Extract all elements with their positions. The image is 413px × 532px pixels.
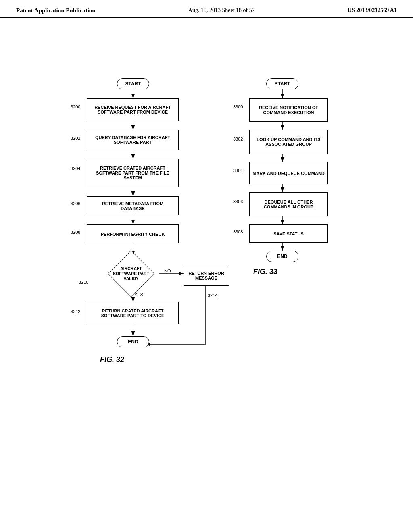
sheet-info: Aug. 15, 2013 Sheet 18 of 57 [188,7,255,14]
fig33-label-3304: 3304 [233,168,243,173]
fig32-label-3204: 3204 [71,166,80,171]
fig33-label-3302: 3302 [233,137,243,141]
fig32-yes-label: YES [134,292,143,297]
fig32-label-3202: 3202 [71,136,80,141]
fig32-label-3208: 3208 [71,230,80,235]
fig33-step-3304: MARK AND DEQUEUE COMMAND [249,162,328,184]
fig33-step-3300: RECEIVE NOTIFICATION OF COMMAND EXECUTIO… [249,98,328,122]
fig33-step-3308: SAVE STATUS [249,224,328,243]
fig33-start: START [266,78,298,89]
fig32-label-3212: 3212 [71,309,80,314]
fig33-step-3306: DEQUEUE ALL OTHER COMMANDS IN GROUP [249,192,328,216]
fig32-step-3206: RETRIEVE METADATA FROM DATABASE [87,196,179,215]
fig32-label-3200: 3200 [71,104,80,109]
patent-number: US 2013/0212569 A1 [348,7,397,14]
fig33-label-3300: 3300 [233,104,243,109]
fig32-title: FIG. 32 [100,355,124,364]
fig32-label-3214: 3214 [208,293,217,298]
fig33-label-3308: 3308 [233,229,243,234]
fig32-step-3212: RETURN CRATED AIRCRAFT SOFTWARE PART TO … [87,302,179,324]
diagram-content: START 3200 RECEIVE REQUEST FOR AIRCRAFT … [0,18,413,526]
fig32-step-3200: RECEIVE REQUEST FOR AIRCRAFT SOFTWARE PA… [87,98,179,121]
fig33-title: FIG. 33 [253,268,277,276]
fig32-label-3210: 3210 [79,280,88,285]
fig32-start: START [117,78,149,89]
fig33-step-3302: LOOK UP COMMAND AND ITS ASSOCIATED GROUP [249,130,328,154]
fig33-end: END [266,251,298,262]
fig32-no-label: NO [164,268,171,273]
fig33-label-3306: 3306 [233,199,243,204]
fig32-step-3202: QUERY DATABASE FOR AIRCRAFT SOFTWARE PAR… [87,130,179,150]
fig32-step-3214: RETURN ERROR MESSAGE [184,266,229,286]
page-header: Patent Application Publication Aug. 15, … [0,0,413,18]
fig32-diamond-3210: AIRCRAFT SOFTWARE PART VALID? [109,256,153,292]
publication-label: Patent Application Publication [16,7,96,14]
fig32-step-3204: RETRIEVE CRATED AIRCRAFT SOFTWARE PART F… [87,159,179,187]
fig32-label-3206: 3206 [71,201,80,206]
fig32-step-3208: PERFORM INTEGRITY CHECK [87,224,179,243]
fig32-end: END [117,336,149,347]
